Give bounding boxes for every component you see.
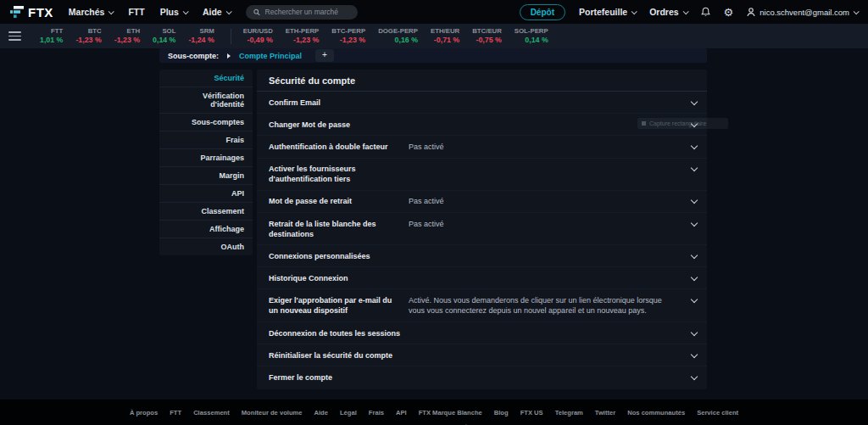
security-row-mot-de-passe-de-retrait[interactable]: Mot de passe de retraitPas activé — [257, 191, 707, 214]
footer: À proposFTTClassementMoniteur de volumeA… — [0, 400, 868, 425]
security-row-retrait-de-la-liste-blanche-des-destinat[interactable]: Retrait de la liste blanche des destinat… — [257, 213, 707, 245]
subaccount-label: Sous-compte: — [168, 52, 219, 60]
chevron-down-icon[interactable] — [691, 328, 698, 335]
footer-link--propos[interactable]: À propos — [130, 409, 158, 417]
chevron-down-icon[interactable] — [691, 273, 698, 280]
row-label: Historique Connexion — [269, 273, 409, 283]
ticker-item-btc[interactable]: BTC-1,23 % — [75, 27, 101, 45]
sidebar-item-sous-comptes[interactable]: Sous-comptes — [159, 114, 253, 131]
expand-arrow-icon[interactable] — [227, 53, 231, 59]
chevron-down-icon — [632, 8, 637, 14]
nav-item-plus[interactable]: Plus — [160, 7, 187, 17]
nav-item-marchés[interactable]: Marchés — [69, 7, 114, 17]
nav-item-label: Ordres — [649, 7, 678, 17]
chevron-down-icon[interactable] — [691, 350, 698, 357]
panel-title: Sécurité du compte — [257, 70, 707, 92]
footer-link-telegram[interactable]: Telegram — [555, 409, 583, 417]
security-row-exiger-l-approbation-par-e-mail-du-un-no[interactable]: Exiger l'approbation par e-mail du un no… — [257, 289, 707, 322]
security-row-confirm-email[interactable]: Confirm Email — [257, 92, 707, 114]
logo-text: FTX — [28, 5, 53, 20]
sidebar-item-classement[interactable]: Classement — [159, 203, 253, 221]
ticker-item-doge-perp[interactable]: DOGE-PERP0,16 % — [378, 27, 418, 45]
ticker-item-eur/usd[interactable]: EUR/USD-0,49 % — [243, 27, 273, 45]
subaccount-bar: Sous-compte: Compte Principal + — [159, 48, 707, 63]
current-subaccount[interactable]: Compte Principal — [239, 52, 302, 60]
sidebar-item-v-rification-d-identit-[interactable]: Vérification d'identité — [159, 87, 253, 114]
ticker-item-sol-perp[interactable]: SOL-PERP0,14 % — [515, 27, 548, 45]
chevron-down-icon — [854, 8, 860, 14]
sidebar-item-s-curit-[interactable]: Sécurité — [159, 70, 253, 87]
ticker-change: -1,24 % — [188, 36, 214, 45]
security-row-authentification-double-facteur[interactable]: Authentification à double facteurPas act… — [257, 136, 707, 159]
ticker-item-sol[interactable]: SOL0,14 % — [153, 27, 175, 45]
chevron-down-icon[interactable] — [691, 165, 698, 171]
ticker-change: -0,75 % — [476, 36, 502, 45]
footer-link-aide[interactable]: Aide — [314, 409, 328, 417]
security-row-activer-les-fournisseurs-d-authentificat[interactable]: Activer les fournisseurs d'authentificat… — [257, 159, 707, 191]
security-row-connexions-personnalis-es[interactable]: Connexions personnalisées — [257, 245, 707, 267]
ftx-logo[interactable]: FTX — [10, 5, 53, 20]
chevron-down-icon[interactable] — [691, 295, 698, 302]
footer-link-api[interactable]: API — [396, 409, 407, 417]
footer-link-twitter[interactable]: Twitter — [595, 409, 615, 417]
content-area: Sous-compte: Compte Principal + Sécurité… — [0, 48, 868, 400]
ticker-symbol: BTC-PERP — [331, 27, 365, 36]
user-menu[interactable]: nico.schvent@gmail.com — [747, 8, 858, 17]
chevron-down-icon[interactable] — [691, 98, 698, 104]
ticker-symbol: ETH/EUR — [431, 27, 459, 36]
footer-link-moniteur-de-volume[interactable]: Moniteur de volume — [242, 409, 303, 417]
footer-link-blog[interactable]: Blog — [494, 409, 509, 417]
chevron-down-icon[interactable] — [691, 120, 698, 126]
sidebar-item-api[interactable]: API — [159, 185, 253, 203]
sidebar-item-parrainages[interactable]: Parrainages — [159, 149, 253, 167]
sidebar-item-margin[interactable]: Margin — [159, 167, 253, 185]
row-label: Changer Mot de passe — [269, 120, 409, 130]
footer-link-nos-communaut-s[interactable]: Nos communautés — [627, 409, 685, 417]
user-email: nico.schvent@gmail.com — [760, 8, 849, 17]
chevron-down-icon[interactable] — [691, 251, 698, 258]
nav-item-aide[interactable]: Aide — [203, 7, 231, 17]
sidebar-item-oauth[interactable]: OAuth — [159, 238, 253, 255]
chevron-down-icon[interactable] — [691, 372, 698, 379]
security-row-fermer-le-compte[interactable]: Fermer le compte — [257, 366, 707, 388]
add-subaccount-button[interactable]: + — [315, 49, 334, 62]
footer-link-classement[interactable]: Classement — [193, 409, 230, 417]
ticker-symbol: EUR/USD — [243, 27, 273, 36]
hamburger-menu-icon[interactable] — [8, 30, 21, 43]
bell-icon[interactable] — [701, 7, 710, 17]
ticker-symbol: BTC/EUR — [472, 27, 502, 36]
security-panel: Sécurité du compte Confirm EmailChanger … — [257, 70, 707, 389]
footer-link-ftt[interactable]: FTT — [170, 409, 181, 417]
gear-icon[interactable]: ⚙ — [724, 6, 734, 19]
footer-link-service-client[interactable]: Service client — [697, 409, 738, 417]
ticker-bar: FTT1,01 %BTC-1,23 %ETH-1,23 %SOL0,14 %SR… — [0, 24, 868, 48]
chevron-down-icon[interactable] — [691, 219, 698, 226]
security-row-historique-connexion[interactable]: Historique Connexion — [257, 267, 707, 289]
ticker-item-eth/eur[interactable]: ETH/EUR-0,71 % — [431, 27, 459, 45]
ticker-item-btc-perp[interactable]: BTC-PERP-1,23 % — [331, 27, 365, 45]
chevron-down-icon[interactable] — [691, 142, 698, 148]
ticker-item-ftt[interactable]: FTT1,01 % — [40, 27, 63, 45]
ticker-item-srm[interactable]: SRM-1,24 % — [188, 27, 214, 45]
footer-link-ftx-marque-blanche[interactable]: FTX Marque Blanche — [419, 409, 482, 417]
footer-link-frais[interactable]: Frais — [369, 409, 384, 417]
ticker-change: -1,23 % — [114, 36, 140, 45]
ticker-symbol: SOL — [162, 27, 175, 36]
chevron-down-icon — [183, 8, 189, 14]
chevron-down-icon[interactable] — [691, 197, 698, 204]
footer-link-ftx-us[interactable]: FTX US — [520, 409, 543, 417]
security-row-changer-mot-de-passe[interactable]: Changer Mot de passe — [257, 114, 707, 136]
ticker-item-btc/eur[interactable]: BTC/EUR-0,75 % — [472, 27, 502, 45]
security-row-d-connexion-de-toutes-les-sessions[interactable]: Déconnexion de toutes les sessions — [257, 322, 707, 344]
ticker-item-eth-perp[interactable]: ETH-PERP-1,23 % — [286, 27, 319, 45]
nav-item-ordres[interactable]: Ordres — [649, 7, 687, 17]
search-input[interactable] — [265, 8, 350, 16]
sidebar-item-frais[interactable]: Frais — [159, 131, 253, 149]
nav-item-portefeuille[interactable]: Portefeuille — [579, 7, 636, 17]
sidebar-item-affichage[interactable]: Affichage — [159, 221, 253, 238]
deposit-button[interactable]: Dépôt — [520, 4, 565, 20]
footer-link-l-gal[interactable]: Légal — [340, 409, 357, 417]
security-row-r-initialiser-la-s-curit-du-compte[interactable]: Réinitialiser la sécurité du compte — [257, 344, 707, 366]
ticker-item-eth[interactable]: ETH-1,23 % — [114, 27, 140, 45]
nav-item-ftt[interactable]: FTT — [128, 7, 144, 17]
